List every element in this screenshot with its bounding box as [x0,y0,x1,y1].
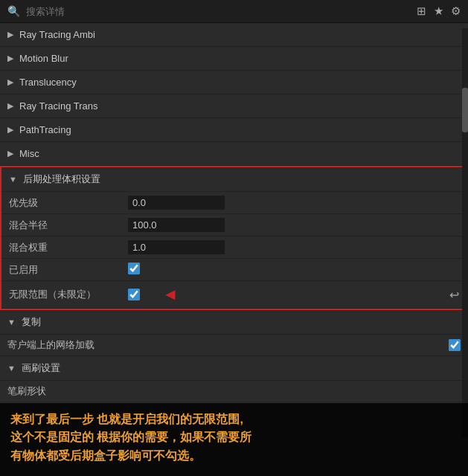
chevron-right-icon: ▶ [7,101,13,111]
header-icons: ⊞ ★ ⚙ [417,4,461,18]
annotation-overlay: 来到了最后一步 也就是开启我们的无限范围, 这个不是固定的 根据你的需要，如果不… [0,403,468,476]
client-network-checkbox[interactable] [449,339,461,351]
blend-radius-input[interactable] [128,218,225,232]
prop-label-blend-radius: 混合半径 [9,219,128,232]
client-network-row: 寄户端上的网络加载 [0,335,468,356]
section-copy[interactable]: ▼ 复制 [0,310,468,335]
section-label: Ray Tracing Trans [19,100,98,112]
chevron-right-icon: ▶ [7,125,13,135]
search-bar: 🔍 ⊞ ★ ⚙ [0,0,468,23]
red-arrow-icon: ◄ [162,285,179,304]
section-label: Motion Blur [19,53,68,64]
prop-row-priority: 优先级 [1,192,467,214]
gear-icon[interactable]: ⚙ [451,4,461,18]
prop-value-priority [128,196,459,210]
section-label-brush: 画刷设置 [22,361,60,375]
search-icon: 🔍 [7,5,20,17]
prop-label-infinite-extent: 无限范围（未限定） [9,288,128,301]
chevron-right-icon: ▶ [7,30,13,39]
chevron-down-icon: ▼ [9,175,17,184]
star-icon[interactable]: ★ [434,4,443,18]
prop-label-blend-weight: 混合权重 [9,241,128,254]
section-ray-tracing-ambi[interactable]: ▶ Ray Tracing Ambi [0,23,468,47]
prop-label-brush-shape: 笔刷形状 [7,385,126,398]
prop-label-enabled: 已启用 [9,263,128,277]
prop-row-brush-shape: 笔刷形状 [0,381,468,402]
scrollbar-track [462,28,468,437]
section-misc[interactable]: ▶ Misc [0,142,468,166]
section-label: PathTracing [19,124,71,135]
prop-row-infinite-extent: 无限范围（未限定） ◄ ↩ [1,281,467,309]
section-label-copy: 复制 [22,315,41,329]
prop-row-enabled: 已启用 [1,259,467,281]
section-motion-blur[interactable]: ▶ Motion Blur [0,47,468,71]
section-label: Misc [19,148,39,159]
prop-value-blend-radius [128,218,459,232]
chevron-down-icon: ▼ [7,318,16,327]
prop-value-enabled [128,263,459,277]
chevron-right-icon: ▶ [7,54,13,63]
chevron-down-icon: ▼ [7,364,16,373]
prop-label-priority: 优先级 [9,196,128,210]
section-header-post-process[interactable]: ▼ 后期处理体积设置 [1,167,467,192]
section-label: Translucency [19,77,77,88]
annotation-line1: 来到了最后一步 也就是开启我们的无限范围, [10,413,243,425]
infinite-extent-checkbox[interactable] [128,289,140,300]
scrollbar-thumb[interactable] [462,88,468,132]
prop-row-blend-radius: 混合半径 [1,214,467,237]
grid-icon[interactable]: ⊞ [417,4,426,18]
section-path-tracing[interactable]: ▶ PathTracing [0,118,468,142]
section-content-post-process: 优先级 混合半径 混合权重 已启用 无限范围（未 [1,192,467,309]
section-label: Ray Tracing Ambi [19,29,95,40]
section-brush-settings[interactable]: ▼ 画刷设置 [0,356,468,381]
search-input[interactable] [26,6,411,17]
highlighted-section: ▼ 后期处理体积设置 优先级 混合半径 混合权重 已启用 [0,166,468,310]
section-translucency[interactable]: ▶ Translucency [0,71,468,94]
client-network-label: 寄户端上的网络加载 [7,338,449,352]
chevron-right-icon: ▶ [7,77,13,87]
prop-value-blend-weight [128,240,459,254]
section-ray-tracing-trans[interactable]: ▶ Ray Tracing Trans [0,94,468,118]
blend-weight-input[interactable] [128,240,225,254]
enabled-checkbox[interactable] [128,263,140,274]
prop-row-blend-weight: 混合权重 [1,237,467,259]
annotation-line3: 有物体都受后期盒子影响可不勾选。 [10,449,201,462]
annotation-line2: 这个不是固定的 根据你的需要，如果不需要所 [10,431,251,443]
chevron-right-icon: ▶ [7,149,13,158]
priority-input[interactable] [128,196,225,210]
undo-icon[interactable]: ↩ [449,288,459,302]
section-title-post-process: 后期处理体积设置 [23,173,100,186]
